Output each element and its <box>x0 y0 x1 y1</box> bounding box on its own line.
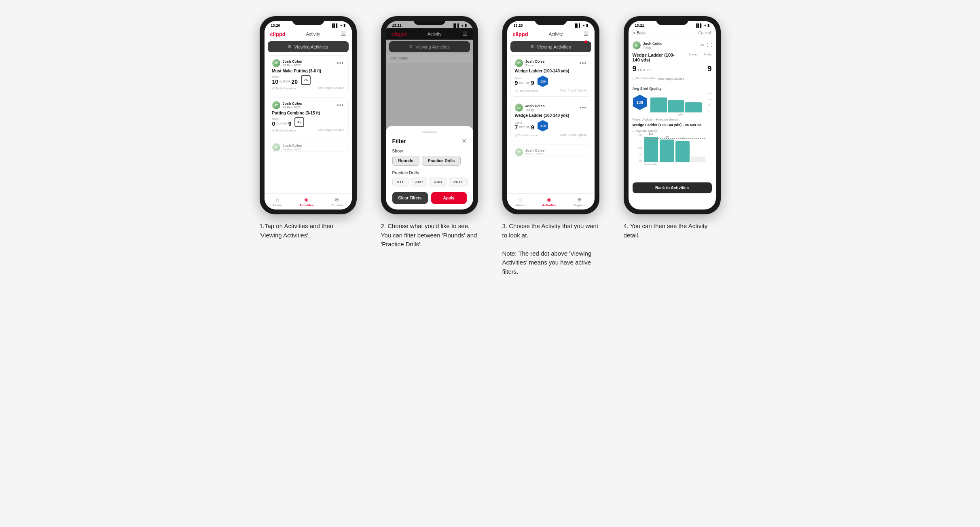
wifi-icon-3: ▾ <box>583 23 585 28</box>
user-details-3-2: Josh Coles Today <box>525 104 545 112</box>
data-capture-4: Data: Clippd Capture <box>658 77 684 80</box>
shot-quality-badge-1-2: 45 <box>294 117 304 127</box>
modal-close-2[interactable]: ✕ <box>461 137 467 145</box>
more-dots-1-2[interactable]: ••• <box>337 102 344 108</box>
avatar-1-1: JC <box>272 59 280 67</box>
drill-app-2[interactable]: APP <box>411 178 428 186</box>
user-info-1-2: JC Josh Coles 28 Feb 2023 <box>272 101 302 109</box>
phone-inner-1: 13:20 ▐▌▌ ▾ ▮ clippd Activity ☰ ⚙ View <box>265 21 352 210</box>
detail-header-4: < Back Cancel <box>629 28 716 38</box>
activities-icon-1: ◈ <box>304 196 309 203</box>
more-dots-3-1[interactable]: ••• <box>580 60 587 66</box>
x-axis-label-4: Shot Quality <box>633 163 712 165</box>
card-title-3-2: Wedge Ladder (100-140 yds) <box>515 113 587 118</box>
outof-3-1: OUT OF <box>519 81 529 84</box>
avg-shot-label-4: Avg Shot Quality <box>633 87 712 91</box>
home-label-3: Home <box>516 203 524 207</box>
expand-icon-4[interactable]: ⛶ <box>707 42 712 48</box>
bar-y-60: 60 <box>639 160 642 162</box>
phone-content-1: JC Josh Coles 28 Feb 2023 ••• Must Make … <box>265 54 352 193</box>
activity-banner-3[interactable]: ⚙ Viewing Activities <box>510 41 591 52</box>
card-footer-3-2: ⓘ Test Information Data: Clippd Capture <box>515 133 587 138</box>
avg-hex-badge-4: 130 <box>633 94 647 110</box>
detail-shots-4: 9 <box>707 65 711 73</box>
drill-arg-2[interactable]: ARG <box>430 178 447 186</box>
activities-label-3: Activities <box>542 203 557 207</box>
more-dots-1-1[interactable]: ••• <box>337 60 344 66</box>
filter-modal-overlay-2: Filter ✕ Show Rounds Practice Drills Pra… <box>386 21 473 210</box>
modal-handle-2 <box>422 131 437 133</box>
shots-label-4: Shots <box>703 53 711 62</box>
nav-item-capture-3[interactable]: ⊕ Capture <box>574 196 585 207</box>
hamburger-3[interactable]: ☰ <box>584 31 589 37</box>
card-header-3-2: JC Josh Coles Today ••• <box>515 104 587 112</box>
bar-2-4: 129 <box>660 140 674 162</box>
app-navbar-3: clippd Activity ☰ <box>507 28 595 40</box>
card-header-3-3: JC Josh Coles 28 Feb 2023 <box>515 148 587 156</box>
toggle-practice-2[interactable]: Practice Drills <box>422 156 461 166</box>
card-footer-1-2: ⓘ Test Information Data: Clippd Capture <box>272 129 344 133</box>
apply-btn-2[interactable]: Apply <box>431 192 467 204</box>
outof-val-1-1: 20 <box>291 78 298 85</box>
phone-3: 13:20 ▐▌▌ ▾ ▮ clippd Activity ☰ ⚙ Viewin… <box>502 16 599 214</box>
bottom-nav-1: ⌂ Home ◈ Activities ⊕ Capture <box>265 193 352 210</box>
card-footer-3-1: ⓘ Test Information Data: Clippd Capture <box>515 89 587 93</box>
phone-section-2: 13:21 ▐▌▌ ▾ ▮ clippd Activity ☰ ⚙ View <box>375 16 484 249</box>
nav-item-activities-3[interactable]: ◈ Activities <box>542 196 557 207</box>
app-navbar-1: clippd Activity ☰ <box>265 28 352 40</box>
battery-icon-1: ▮ <box>343 23 345 28</box>
stats-row-1-1: Score 10 OUT OF 20 75 <box>272 75 344 85</box>
avatar-4: JC <box>633 41 641 49</box>
caption-3: 3. Choose the Activity that you want to … <box>502 222 599 276</box>
bar-chart-4: 140 120 100 80 60 132 129 <box>633 134 712 162</box>
more-dots-3-2[interactable]: ••• <box>580 104 587 111</box>
activity-card-3-2[interactable]: JC Josh Coles Today ••• Wedge Ladder (10… <box>510 100 591 141</box>
drill-ott-2[interactable]: OTT <box>392 178 409 186</box>
divider-4 <box>633 84 712 84</box>
notch-3 <box>535 16 567 25</box>
caption-4: 4. You can then see the Activity detail. <box>624 222 721 240</box>
clear-filters-btn-2[interactable]: Clear Filters <box>392 192 428 204</box>
data-source-3-2: Data: Clippd Capture <box>560 133 586 138</box>
score-label-4: Score <box>688 53 697 62</box>
card-header-3-1: JC Josh Coles Today ••• <box>515 59 587 67</box>
activity-card-3-1[interactable]: JC Josh Coles Today ••• Wedge Ladder (10… <box>510 55 591 97</box>
avg-shot-section-4: Avg Shot Quality 130 <box>633 87 712 112</box>
banner-text-1: Viewing Activities <box>294 44 328 49</box>
chart-area-4: 130 100 50 0 APP <box>650 92 712 112</box>
cancel-btn-4[interactable]: Cancel <box>698 31 711 35</box>
detail-user-name-4: Josh Coles <box>643 42 663 46</box>
drill-putt-2[interactable]: PUTT <box>449 178 468 186</box>
nav-item-home-3[interactable]: ⌂ Home <box>516 196 524 207</box>
user-name-1-1: Josh Coles <box>283 59 302 63</box>
session-title-4: Wedge Ladder (100-140 yds) - 06 Mar 23 <box>633 123 712 127</box>
card-title-3-1: Wedge Ladder (100-140 yds) <box>515 69 587 73</box>
stats-row-3-1: Score 9 OUT OF 9 <box>515 75 587 87</box>
signal-icon-3: ▐▌▌ <box>574 23 581 28</box>
user-info-3-1: JC Josh Coles Today <box>515 59 545 67</box>
activity-banner-1[interactable]: ⚙ Viewing Activities <box>268 41 349 52</box>
activities-label-1: Activities <box>299 203 314 207</box>
time-1: 13:20 <box>271 23 280 28</box>
back-btn-4[interactable]: < Back <box>633 31 646 35</box>
scores-flex-1-2: 0 OUT OF 9 <box>272 121 292 127</box>
detail-score-labels-4: Score Shots <box>688 53 711 62</box>
nav-item-home-1[interactable]: ⌂ Home <box>273 196 282 207</box>
nav-item-activities-1[interactable]: ◈ Activities <box>299 196 314 207</box>
capture-icon-1: ⊕ <box>334 196 339 203</box>
detail-icons-4: ✏ ⛶ <box>701 42 712 48</box>
user-date-3-1: Today <box>525 63 545 67</box>
card-footer-1-1: ⓘ Test Information Data: Clippd Capture <box>272 87 344 91</box>
back-to-activities-btn-4[interactable]: Back to Activities <box>633 182 712 193</box>
nav-item-capture-1[interactable]: ⊕ Capture <box>331 196 343 207</box>
activity-card-1-2[interactable]: JC Josh Coles 28 Feb 2023 ••• Putting Co… <box>268 97 349 136</box>
phone-section-3: 13:20 ▐▌▌ ▾ ▮ clippd Activity ☰ ⚙ Viewin… <box>496 16 605 276</box>
user-date-1-2: 28 Feb 2023 <box>283 106 302 109</box>
modal-header-2: Filter ✕ <box>392 137 467 145</box>
activity-card-1-1[interactable]: JC Josh Coles 28 Feb 2023 ••• Must Make … <box>268 55 349 94</box>
toggle-rounds-2[interactable]: Rounds <box>392 156 419 166</box>
bottom-nav-3: ⌂ Home ◈ Activities ⊕ Capture <box>507 193 595 210</box>
hamburger-1[interactable]: ☰ <box>341 31 346 37</box>
edit-icon-4[interactable]: ✏ <box>701 42 705 48</box>
filter-icon-3: ⚙ <box>530 44 534 49</box>
